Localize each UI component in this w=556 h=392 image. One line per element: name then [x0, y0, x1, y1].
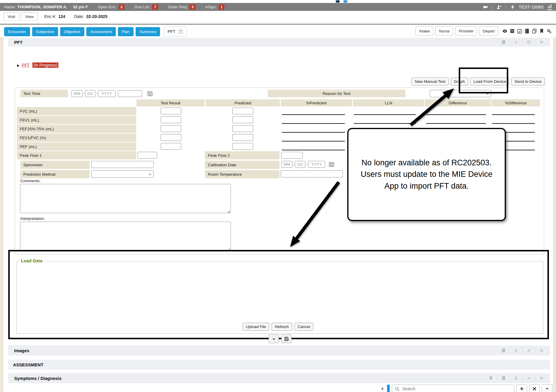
save-icon[interactable] [178, 29, 183, 34]
peak-flow-2-input[interactable] [281, 152, 302, 159]
book-icon[interactable] [497, 39, 510, 45]
peak-flow-2-label: Peak Flow 2 [205, 151, 279, 159]
add-button[interactable] [516, 384, 527, 392]
test-date-yyyy[interactable] [98, 90, 116, 97]
disable-icon[interactable] [522, 39, 535, 45]
symptoms-section-header: Symptoms / Diagnosis [8, 373, 550, 383]
nav-buttons: EncounterSubjectiveObjectiveAssessmentPl… [4, 27, 160, 36]
prediction-method-select[interactable] [91, 170, 154, 178]
book-icon[interactable] [497, 347, 510, 354]
collapse-icon[interactable] [510, 39, 522, 45]
flash-icon[interactable] [510, 4, 515, 10]
counter-badge[interactable]: 7 [152, 4, 158, 10]
pencil-icon[interactable] [522, 347, 535, 354]
nav-button-encounter[interactable]: Encounter [4, 27, 30, 36]
nav-button-objective[interactable]: Objective [60, 27, 84, 36]
resize-grip[interactable] [227, 209, 230, 213]
microphone-icon[interactable] [510, 375, 522, 382]
counter-badge[interactable]: 3 [190, 4, 195, 10]
load-data-button-cancel[interactable]: Cancel [295, 323, 313, 331]
save-button[interactable] [281, 335, 292, 343]
scroll-up-button[interactable] [542, 384, 552, 392]
input-test-result-pef-ml[interactable] [161, 143, 181, 150]
nav-button-summary[interactable]: Summary [136, 27, 160, 36]
stage-button-depart[interactable]: Depart [479, 27, 498, 36]
resize-grip[interactable] [227, 247, 230, 250]
counter-badge[interactable]: 1 [219, 4, 224, 10]
microphone-icon[interactable] [510, 347, 522, 354]
close-icon[interactable] [535, 375, 548, 382]
load-data-button-upload-file[interactable]: Upload File [243, 323, 269, 331]
empty-value-line [492, 114, 535, 115]
test-time-input[interactable] [118, 90, 142, 97]
test-date-calendar-icon[interactable] [147, 90, 153, 97]
stage-button-intake[interactable]: Intake [415, 27, 433, 36]
toolbar-copy-icon[interactable] [532, 28, 537, 34]
counter-label: Order Req: [168, 5, 188, 9]
calibration-mm[interactable] [281, 161, 292, 168]
input-test-result-fev1-ml[interactable] [161, 116, 181, 123]
search-box[interactable] [392, 385, 514, 392]
input-predicted-fev1-fvc[interactable] [232, 134, 253, 141]
test-date-dd[interactable] [85, 90, 96, 97]
browser-strip [0, 0, 556, 3]
action-button-send-to-device[interactable]: Send to Device [511, 78, 545, 85]
action-button-new-manual-test[interactable]: New Manual Test [412, 78, 448, 85]
peak-flow-1-input[interactable] [138, 152, 157, 159]
input-test-result-fvc-ml[interactable] [161, 108, 181, 114]
calibration-calendar-icon[interactable] [328, 161, 335, 167]
bookmark-icon[interactable] [485, 375, 497, 382]
patient-name: THOMPSON, JENNIFER A. [17, 5, 67, 9]
calibration-yyyy[interactable] [308, 161, 325, 168]
stage-button-nurse[interactable]: Nurse [435, 27, 453, 36]
add-user-icon[interactable] [496, 4, 502, 10]
stage-button-provider[interactable]: Provider [455, 27, 477, 36]
input-predicted-fvc-ml[interactable] [232, 108, 253, 114]
input-test-result-fef25-75-ml[interactable] [161, 125, 181, 132]
input-test-result-fev1-fvc[interactable] [161, 134, 181, 141]
chart-icon[interactable] [547, 4, 552, 10]
comments-textarea[interactable] [20, 184, 231, 213]
action-button-load-from-device[interactable]: Load From Device [470, 78, 509, 85]
triangle-left-icon[interactable] [380, 386, 385, 391]
calibration-date-label: Calibration Date [205, 161, 279, 169]
calibration-dd[interactable] [295, 161, 305, 168]
toolbar-settings-icon[interactable] [546, 28, 552, 34]
counter-badge[interactable]: 2 [119, 4, 124, 10]
row-label-fev1-fvc: FEV1/FVC (%) [17, 134, 136, 142]
column-header-test-result: Test Result [136, 99, 205, 106]
reason-for-test-select[interactable] [430, 90, 491, 97]
toolbar-calendar-check-icon[interactable] [517, 28, 522, 34]
input-predicted-fef25-75-ml[interactable] [232, 125, 253, 132]
close-icon[interactable] [535, 39, 548, 45]
toolbar-bookmark-icon[interactable] [539, 28, 545, 34]
close-icon[interactable] [535, 347, 548, 354]
counter-esign: eSign:1 [205, 4, 225, 10]
tab-pft[interactable]: PFT [164, 27, 187, 37]
action-button-graph[interactable]: Graph [451, 78, 468, 85]
visit-tab[interactable]: Visit [4, 12, 19, 21]
pft-link[interactable]: PFT [22, 63, 29, 67]
book-icon[interactable] [497, 375, 510, 382]
input-predicted-pef-ml[interactable] [232, 143, 253, 150]
view-tab[interactable]: View [21, 12, 38, 21]
system-id: TEST-10065 [519, 5, 544, 9]
nav-button-subjective[interactable]: Subjective [32, 27, 58, 36]
toolbar-book-icon[interactable] [524, 28, 530, 34]
spirometer-input[interactable] [91, 161, 154, 168]
video-icon[interactable] [483, 4, 488, 10]
nav-button-plan[interactable]: Plan [118, 27, 134, 36]
close-button[interactable] [529, 384, 540, 392]
toolbar-eye-icon[interactable] [502, 28, 508, 34]
collapse-button[interactable] [269, 335, 279, 343]
room-temperature-input[interactable] [281, 170, 343, 177]
pencil-icon[interactable] [522, 375, 535, 382]
nav-button-assessment[interactable]: Assessment [86, 27, 116, 36]
toolbar-archive-icon[interactable] [509, 28, 515, 34]
test-date-mm[interactable] [71, 90, 83, 97]
interpretation-textarea[interactable] [20, 222, 231, 251]
room-temperature-label: Room Temperature [205, 170, 279, 178]
input-predicted-fev1-ml[interactable] [232, 116, 253, 123]
search-input[interactable] [402, 386, 503, 391]
load-data-button-refresh[interactable]: Refresh [272, 323, 292, 331]
